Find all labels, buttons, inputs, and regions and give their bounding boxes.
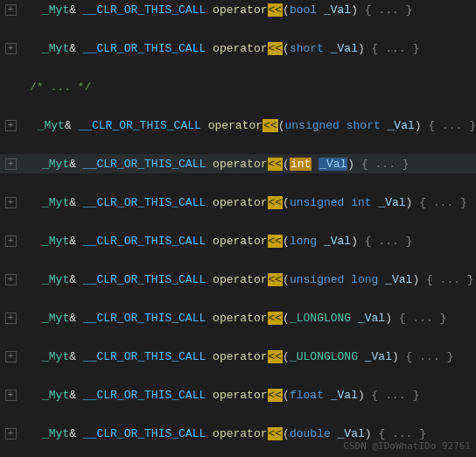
table-row (0, 404, 476, 424)
table-row: + _Myt& __CLR_OR_THIS_CALL operator<<(un… (0, 193, 476, 212)
expand-icon[interactable]: + (4, 351, 18, 362)
table-row (0, 250, 476, 270)
table-row (0, 173, 476, 193)
expand-icon[interactable]: + (4, 274, 18, 285)
expand-icon[interactable]: + (4, 43, 18, 54)
table-row (0, 135, 476, 154)
expand-icon[interactable]: + (4, 390, 18, 401)
expand-icon[interactable]: + (4, 236, 18, 247)
table-row (0, 58, 476, 77)
table-row: + _Myt& __CLR_OR_THIS_CALL operator<<(lo… (0, 231, 476, 250)
table-row (0, 289, 476, 308)
expand-icon[interactable]: + (4, 120, 18, 131)
table-row: + _Myt& __CLR_OR_THIS_CALL operator<<(bo… (0, 0, 476, 19)
table-row: + _Myt& __CLR_OR_THIS_CALL operator<<(_L… (0, 308, 476, 327)
table-row: + _Myt& __CLR_OR_THIS_CALL operator<<(fl… (0, 385, 476, 404)
table-row (0, 19, 476, 39)
table-row: + _Myt& __CLR_OR_THIS_CALL operator<<(sh… (0, 39, 476, 58)
table-row (0, 327, 476, 347)
table-row: + _Myt& __CLR_OR_THIS_CALL operator<<(_U… (0, 347, 476, 366)
expand-icon[interactable]: + (4, 158, 18, 170)
expand-icon[interactable]: + (4, 428, 18, 439)
watermark-text: CSDN @IDoWhatIDo_92761 (343, 440, 471, 452)
expand-icon[interactable]: + (4, 4, 18, 16)
table-row (0, 212, 476, 231)
expand-icon[interactable]: + (4, 197, 18, 208)
table-row: /* ... */ (0, 77, 476, 96)
code-editor: + _Myt& __CLR_OR_THIS_CALL operator<<(bo… (0, 0, 476, 457)
table-row (0, 96, 476, 116)
table-row: + _Myt& __CLR_OR_THIS_CALL operator<<(un… (0, 270, 476, 289)
table-row: + _Myt& __CLR_OR_THIS_CALL operator<<(un… (0, 116, 476, 135)
table-row: + _Myt& __CLR_OR_THIS_CALL operator<<(in… (0, 154, 476, 173)
table-row (0, 366, 476, 385)
expand-icon[interactable]: + (4, 313, 18, 324)
